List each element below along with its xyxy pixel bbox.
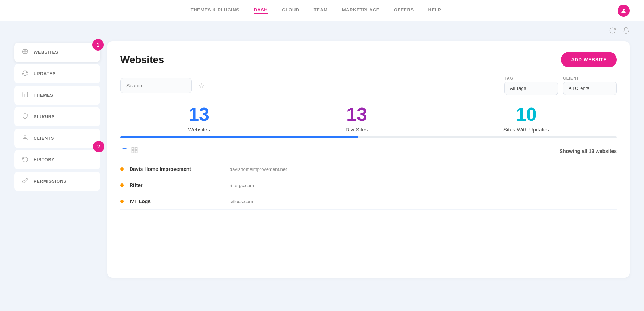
list-view-icon[interactable]: [120, 147, 127, 156]
history-icon: [21, 156, 29, 164]
client-label: CLIENT: [563, 76, 617, 80]
page-title: Websites: [120, 54, 164, 66]
nav-marketplace[interactable]: MARKETPLACE: [342, 7, 380, 14]
status-dot: [120, 183, 124, 187]
sidebar-item-themes[interactable]: THEMES: [14, 86, 100, 105]
plugins-icon: [21, 113, 29, 121]
nav-cloud[interactable]: CLOUD: [282, 7, 299, 14]
sidebar-item-websites[interactable]: 1 WEBSITES: [14, 43, 100, 62]
clients-icon: [21, 134, 29, 142]
website-list: Davis Home Improvement davishomeimprovem…: [120, 161, 617, 210]
svg-rect-14: [135, 148, 137, 150]
nav-items: THEMES & PLUGINS DASH CLOUD TEAM MARKETP…: [14, 7, 618, 14]
sidebar-permissions-label: PERMISSIONS: [34, 179, 67, 184]
stat-websites: 13 Websites: [188, 105, 210, 133]
stat-updates-label: Sites With Updates: [503, 126, 549, 133]
tag-label: TAG: [504, 76, 558, 80]
content-header: Websites ADD WEBSITE: [120, 52, 617, 67]
svg-rect-13: [132, 148, 134, 150]
toolbar-row: [0, 21, 644, 41]
table-row[interactable]: Davis Home Improvement davishomeimprovem…: [120, 161, 617, 177]
nav-offers[interactable]: OFFERS: [394, 7, 414, 14]
svg-point-6: [24, 135, 26, 137]
sidebar-item-clients[interactable]: CLIENTS 2: [14, 129, 100, 148]
svg-rect-16: [135, 151, 137, 153]
sidebar-item-permissions[interactable]: PERMISSIONS: [14, 172, 100, 191]
sidebar-updates-label: UPDATES: [34, 71, 56, 76]
status-dot: [120, 200, 124, 203]
list-controls: Showing all 13 websites: [120, 147, 617, 156]
sidebar-plugins-label: PLUGINS: [34, 114, 55, 119]
stat-updates: 10 Sites With Updates: [503, 105, 549, 133]
filters-row: ☆ TAG All Tags CLIENT All Clients: [120, 76, 617, 95]
filter-group: TAG All Tags CLIENT All Clients: [504, 76, 617, 95]
website-url: rittergc.com: [230, 183, 254, 188]
tag-filter-wrap: TAG All Tags: [504, 76, 558, 95]
stat-websites-label: Websites: [188, 126, 210, 133]
search-input[interactable]: [120, 78, 192, 93]
user-icon: [620, 8, 627, 14]
stat-divi-label: Divi Sites: [346, 126, 368, 133]
globe-icon: [21, 48, 29, 56]
nav-dash[interactable]: DASH: [254, 7, 268, 14]
sidebar-item-updates[interactable]: UPDATES: [14, 64, 100, 83]
main-content: Websites ADD WEBSITE ☆ TAG All Tags CLIE…: [107, 41, 630, 278]
table-row[interactable]: IVT Logs ivtlogs.com: [120, 193, 617, 210]
table-row[interactable]: Ritter rittergc.com: [120, 177, 617, 193]
permissions-icon: [21, 177, 29, 185]
websites-badge: 1: [92, 39, 104, 51]
svg-rect-15: [132, 151, 134, 153]
sidebar-clients-label: CLIENTS: [34, 136, 54, 141]
add-website-button[interactable]: ADD WEBSITE: [561, 52, 617, 67]
sidebar-item-history[interactable]: HISTORY: [14, 150, 100, 169]
nav-help[interactable]: HELP: [428, 7, 441, 14]
top-nav: THEMES & PLUGINS DASH CLOUD TEAM MARKETP…: [0, 0, 644, 21]
stats-row: 13 Websites 13 Divi Sites 10 Sites With …: [120, 105, 617, 133]
tag-select[interactable]: All Tags: [504, 82, 558, 95]
sidebar-themes-label: THEMES: [34, 93, 53, 98]
svg-point-0: [623, 9, 625, 11]
sidebar-history-label: HISTORY: [34, 157, 54, 162]
progress-bar-fill: [120, 136, 358, 138]
website-name: Davis Home Improvement: [130, 166, 230, 172]
refresh-icon[interactable]: [609, 27, 616, 36]
grid-view-icon[interactable]: [131, 147, 138, 156]
view-icons: [120, 147, 138, 156]
stat-divi: 13 Divi Sites: [346, 105, 368, 133]
client-filter-wrap: CLIENT All Clients: [563, 76, 617, 95]
sidebar-websites-label: WEBSITES: [34, 50, 58, 55]
svg-rect-3: [23, 92, 28, 97]
updates-icon: [21, 70, 29, 78]
website-url: davishomeimprovement.net: [230, 167, 287, 172]
progress-bar-wrap: [120, 136, 617, 138]
stat-updates-number: 10: [503, 105, 549, 124]
stat-websites-number: 13: [188, 105, 210, 124]
main-layout: 1 WEBSITES UPDATES TH: [0, 41, 644, 292]
nav-themes-plugins[interactable]: THEMES & PLUGINS: [191, 7, 240, 14]
status-dot: [120, 167, 124, 171]
bell-icon[interactable]: [623, 27, 630, 36]
website-name: Ritter: [130, 182, 230, 188]
client-select[interactable]: All Clients: [563, 82, 617, 95]
clients-badge: 2: [93, 141, 104, 152]
star-icon[interactable]: ☆: [198, 81, 205, 90]
website-url: ivtlogs.com: [230, 199, 253, 204]
website-name: IVT Logs: [130, 198, 230, 204]
stat-divi-number: 13: [346, 105, 368, 124]
showing-text: Showing all 13 websites: [560, 148, 617, 154]
themes-icon: [21, 91, 29, 99]
sidebar-item-plugins[interactable]: PLUGINS: [14, 107, 100, 126]
user-avatar[interactable]: [618, 5, 630, 17]
sidebar: 1 WEBSITES UPDATES TH: [14, 41, 100, 278]
nav-team[interactable]: TEAM: [314, 7, 328, 14]
